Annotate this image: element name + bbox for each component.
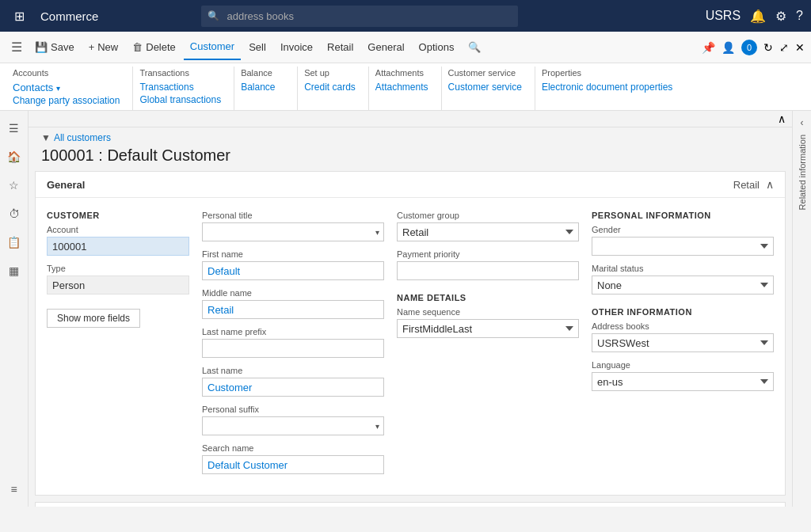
middle-name-label: Middle name [202, 288, 384, 298]
personal-title-input[interactable] [202, 222, 384, 241]
middle-name-input[interactable] [202, 300, 384, 319]
name-sequence-label: Name sequence [397, 307, 579, 317]
user-label[interactable]: USRS [706, 9, 741, 23]
sub-nav-transactions: Transactions Transactions Global transac… [133, 66, 234, 110]
search-input[interactable] [201, 6, 518, 27]
contacts-dropdown-icon: ▾ [56, 84, 60, 93]
general-card-header[interactable]: General Retail ∧ [36, 172, 785, 198]
save-button[interactable]: 💾 Save [29, 35, 81, 60]
expand-icon[interactable]: ⤢ [779, 41, 789, 54]
page-title: 100001 : Default Customer [29, 145, 792, 171]
sub-nav-properties: Properties Electronic document propertie… [535, 66, 685, 110]
name-details-section: NAME DETAILS Name sequence FirstMiddleLa… [397, 293, 579, 338]
account-label: Account [47, 225, 189, 234]
breadcrumb-filter-icon[interactable]: ▼ [41, 132, 51, 143]
show-more-button[interactable]: Show more fields [47, 309, 140, 328]
last-name-prefix-input[interactable] [202, 339, 384, 358]
customer-column: CUSTOMER Account 100001 Type Person Show… [47, 211, 189, 482]
name-details-label: NAME DETAILS [397, 293, 579, 302]
search-name-label: Search name [202, 443, 384, 453]
customer-section-label: CUSTOMER [47, 211, 189, 220]
global-transactions-link[interactable]: Global transactions [139, 93, 221, 106]
payment-priority-input[interactable] [397, 261, 579, 280]
tab-options[interactable]: Options [413, 35, 461, 60]
transactions-link[interactable]: Transactions [139, 81, 221, 93]
gender-select[interactable] [592, 237, 774, 256]
breadcrumb-bar: ▼ All customers [29, 127, 792, 145]
notification-icon[interactable]: 🔔 [750, 9, 766, 24]
help-icon[interactable]: ? [796, 9, 803, 23]
language-label: Language [592, 360, 774, 370]
gender-label: Gender [592, 225, 774, 234]
search-cmd-icon: 🔍 [468, 41, 481, 53]
related-information-label[interactable]: Related information [798, 135, 807, 210]
tab-retail[interactable]: Retail [321, 35, 360, 60]
name-sequence-select[interactable]: FirstMiddleLast [397, 319, 579, 338]
last-name-input[interactable] [202, 378, 384, 397]
search-button[interactable]: 🔍 [462, 35, 487, 60]
attachments-link[interactable]: Attachments [375, 81, 428, 93]
sidebar-home-icon[interactable]: 🏠 [3, 146, 25, 168]
sub-nav-balance: Balance Balance [234, 66, 298, 110]
name-column: Personal title ▾ First name Middle name [202, 211, 384, 482]
marital-status-select[interactable]: None [592, 276, 774, 294]
contacts-link[interactable]: Contacts ▾ [13, 81, 120, 94]
sub-nav: Accounts Contacts ▾ Change party associa… [0, 63, 811, 111]
sidebar-workspaces-icon[interactable]: 📋 [3, 231, 25, 253]
general-section-card: General Retail ∧ CUSTOMER Account 100001… [35, 171, 786, 496]
account-value: 100001 [47, 237, 189, 256]
electronic-doc-link[interactable]: Electronic document properties [542, 81, 672, 93]
sub-nav-customer-service: Customer service Customer service [442, 66, 535, 110]
language-select[interactable]: en-us [592, 372, 774, 391]
command-bar: ☰ 💾 Save + New 🗑 Delete Customer Sell In… [0, 32, 811, 63]
sub-nav-accounts: Accounts Contacts ▾ Change party associa… [6, 66, 133, 110]
address-books-select[interactable]: USRSWest [592, 333, 774, 352]
customer-service-link[interactable]: Customer service [448, 81, 522, 93]
app-title: Commerce [31, 10, 108, 23]
last-name-prefix-label: Last name prefix [202, 327, 384, 336]
settings-icon[interactable]: ⚙ [775, 9, 786, 24]
right-panel-expand-icon[interactable]: ‹ [801, 117, 804, 128]
general-collapse-icon[interactable]: ∧ [766, 178, 774, 191]
delete-icon: 🗑 [132, 41, 143, 53]
refresh-icon[interactable]: ↻ [763, 41, 773, 54]
personal-suffix-input[interactable] [202, 416, 384, 435]
sidebar-menu-icon[interactable]: ☰ [3, 117, 25, 139]
sidebar-favorites-icon[interactable]: ☆ [3, 174, 25, 196]
credit-cards-link[interactable]: Credit cards [304, 81, 356, 93]
sidebar-filter-icon[interactable]: ≡ [3, 478, 25, 500]
save-icon: 💾 [35, 41, 48, 53]
change-party-link[interactable]: Change party association [13, 94, 120, 107]
first-name-field: First name [202, 249, 384, 280]
hamburger-icon[interactable]: ☰ [6, 40, 27, 55]
sidebar-modules-icon[interactable]: ▦ [3, 260, 25, 282]
payment-priority-label: Payment priority [397, 249, 579, 259]
tab-general[interactable]: General [361, 35, 410, 60]
customer-group-select[interactable]: Retail [397, 222, 579, 241]
main-container: ☰ 🏠 ☆ ⏱ 📋 ▦ ≡ ∧ ▼ All customers 100001 :… [0, 111, 811, 507]
user-circle-icon[interactable]: 👤 [722, 41, 735, 54]
delete-button[interactable]: 🗑 Delete [126, 35, 182, 60]
addresses-header[interactable]: Addresses ∨ [36, 503, 785, 507]
close-icon[interactable]: ✕ [795, 41, 805, 54]
address-books-label: Address books [592, 321, 774, 331]
properties-group-title: Properties [542, 68, 672, 78]
tab-invoice[interactable]: Invoice [274, 35, 319, 60]
search-name-input[interactable] [202, 455, 384, 474]
first-name-input[interactable] [202, 261, 384, 280]
tab-sell[interactable]: Sell [242, 35, 272, 60]
new-button[interactable]: + New [82, 35, 125, 60]
balance-link[interactable]: Balance [241, 81, 284, 93]
collapse-top-icon[interactable]: ∧ [778, 112, 786, 125]
last-name-label: Last name [202, 366, 384, 375]
tab-customer[interactable]: Customer [184, 35, 241, 60]
personal-title-field: Personal title ▾ [202, 211, 384, 241]
personal-info-column: PERSONAL INFORMATION Gender Marital stat… [592, 211, 774, 482]
breadcrumb[interactable]: All customers [54, 132, 111, 143]
waffle-icon[interactable]: ⊞ [8, 9, 31, 24]
setup-group-title: Set up [304, 68, 356, 78]
pin-icon[interactable]: 📌 [702, 41, 715, 54]
notification-badge[interactable]: 0 [741, 40, 757, 55]
type-label: Type [47, 264, 189, 273]
sidebar-recent-icon[interactable]: ⏱ [3, 203, 25, 225]
